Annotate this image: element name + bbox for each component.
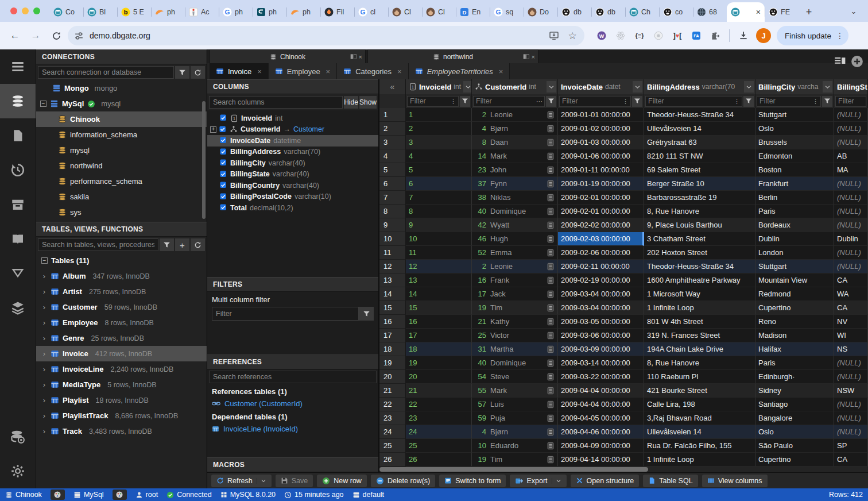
chevron-right-icon[interactable]: › (41, 287, 47, 296)
grid-row[interactable]: 101046Hugh2009-02-03 00:00:003 Chatham S… (379, 232, 868, 246)
grid-row[interactable]: 7738Niklas2009-02-01 00:00:00Barbarossas… (379, 191, 868, 205)
column-item-billingaddress[interactable]: BillingAddressvarchar(70) (207, 147, 378, 158)
filter-icon[interactable] (359, 307, 374, 321)
cell-invoiceid[interactable]: 22 (406, 398, 472, 411)
cell-billingstate[interactable]: CA (834, 273, 868, 287)
dots-vertical-icon[interactable]: ⋮ (732, 98, 742, 105)
cell-invoiceid[interactable]: 19 (406, 356, 472, 370)
cell-invoiceid[interactable]: 16 (406, 315, 472, 329)
checkbox-checked-icon[interactable] (220, 182, 227, 189)
grid-row[interactable]: 191940Dominique2009-03-14 00:00:008, Rue… (379, 356, 868, 370)
open-reference-icon[interactable] (547, 442, 555, 450)
grid-row[interactable]: 224Bjørn2009-01-02 00:00:00Ullevålsveien… (379, 122, 868, 136)
back-button[interactable]: ← (6, 26, 24, 45)
rail-item-favorites[interactable] (0, 222, 36, 256)
cell-invoicedate[interactable]: 2009-02-03 00:00:00 (558, 232, 644, 246)
save-button[interactable]: Save (276, 475, 313, 487)
browser-tab[interactable]: db (591, 2, 625, 22)
cell-invoiceid[interactable]: 7 (406, 191, 472, 205)
connection-item-mongo[interactable]: Mongomongo (36, 80, 207, 96)
table-item-playlisttrack[interactable]: ›PlaylistTrack8,686 rows, InnoDB (36, 408, 207, 423)
expander-icon[interactable]: − (41, 257, 48, 264)
chevron-right-icon[interactable]: › (41, 303, 47, 311)
cell-customerid[interactable]: 17Jack (472, 287, 558, 301)
table-item-mediatype[interactable]: ›MediaType5 rows, InnoDB (36, 377, 207, 392)
chevron-down-icon[interactable] (633, 81, 642, 93)
table-item-invoice[interactable]: ›Invoice412 rows, InnoDB (36, 346, 207, 361)
cell-billingcity[interactable]: Brussels (755, 136, 834, 149)
dots-vertical-icon[interactable]: ⋮ (448, 98, 458, 105)
browser-tab[interactable]: Gcl (354, 2, 388, 22)
cell-customerid[interactable]: 59Puja (472, 411, 558, 425)
cell-billingcity[interactable]: Redmond (755, 287, 834, 301)
column-item-total[interactable]: Totaldecimal(10,2) (207, 202, 378, 214)
cell-billingcity[interactable]: Madison (755, 329, 834, 342)
rail-item-plugins[interactable] (0, 291, 36, 325)
browser-tab[interactable]: Gph (219, 2, 253, 22)
browser-tab[interactable]: b5 E (117, 2, 151, 22)
chevron-down-icon[interactable] (552, 478, 561, 484)
row-number[interactable]: 12 (379, 260, 406, 273)
checkbox-checked-icon[interactable] (220, 137, 227, 144)
cell-billingaddress[interactable]: Theodor-Heuss-Straße 34 (644, 260, 755, 273)
cell-invoicedate[interactable]: 2009-03-04 00:00:00 (558, 301, 644, 315)
table-item-genre[interactable]: ›Genre25 rows, InnoDB (36, 330, 207, 346)
cell-billingcity[interactable]: Halifax (755, 342, 834, 356)
grid-column-header-billingstate[interactable]: BillingState (834, 79, 868, 94)
row-number[interactable]: 1 (379, 108, 406, 122)
open-reference-icon[interactable] (547, 387, 555, 395)
cell-billingcity[interactable]: Bordeaux (755, 218, 834, 232)
row-number[interactable]: 8 (379, 205, 406, 218)
cell-invoiceid[interactable]: 5 (406, 163, 472, 177)
browser-menu-icon[interactable]: ⋮ (836, 31, 844, 40)
expander-icon[interactable]: + (210, 126, 216, 133)
cell-billingcity[interactable]: Cupertino (755, 301, 834, 315)
chevron-down-icon[interactable] (463, 81, 472, 93)
cell-billingstate[interactable]: (NULL) (834, 108, 868, 122)
row-number[interactable]: 13 (379, 273, 406, 287)
cell-billingstate[interactable]: (NULL) (834, 246, 868, 260)
cell-invoicedate[interactable]: 2009-04-14 00:00:00 (558, 453, 644, 467)
chevron-down-icon[interactable] (744, 81, 754, 93)
connection-item-sakila[interactable]: sakila (36, 189, 207, 205)
cell-billingaddress[interactable]: 110 Raeburn Pl (644, 370, 755, 384)
row-number[interactable]: 2 (379, 122, 406, 136)
new-row-button[interactable]: New row (317, 475, 367, 487)
cell-invoiceid[interactable]: 12 (406, 260, 472, 273)
chevron-down-icon[interactable] (823, 81, 832, 93)
cell-customerid[interactable]: 37Fynn (472, 177, 558, 191)
chevron-down-icon[interactable] (547, 81, 556, 93)
filter-icon[interactable] (546, 96, 556, 107)
cell-billingaddress[interactable]: 202 Hoxton Street (644, 246, 755, 260)
connection-item-chinook[interactable]: Chinook (36, 111, 207, 127)
checkbox-checked-icon[interactable] (220, 171, 227, 178)
open-reference-icon[interactable] (547, 207, 555, 215)
open-reference-icon[interactable] (547, 194, 555, 202)
table-item-customer[interactable]: ›Customer59 rows, InnoDB (36, 299, 207, 315)
cell-invoiceid[interactable]: 1 (406, 108, 472, 122)
rail-item-database[interactable] (0, 84, 36, 118)
cell-billingcity[interactable]: Edmonton (755, 149, 834, 163)
cell-billingstate[interactable]: (NULL) (834, 218, 868, 232)
filter-input[interactable] (646, 97, 732, 106)
cell-billingcity[interactable]: Boston (755, 163, 834, 177)
row-number[interactable]: 15 (379, 301, 406, 315)
switch-to-form-button[interactable]: Switch to form (439, 475, 506, 487)
cell-billingcity[interactable]: Edinburgh· (755, 370, 834, 384)
refresh-icon[interactable] (191, 66, 205, 79)
browser-tab[interactable]: Co (49, 2, 83, 22)
puzzle-extension-icon[interactable] (708, 29, 722, 43)
chevron-right-icon[interactable]: › (41, 349, 47, 358)
cell-invoiceid[interactable]: 14 (406, 287, 472, 301)
cell-customerid[interactable]: 46Hugh (472, 232, 558, 246)
open-reference-icon[interactable] (547, 276, 555, 284)
cell-invoiceid[interactable]: 24 (406, 425, 472, 439)
browser-tab[interactable]: co (659, 2, 693, 22)
chevron-right-icon[interactable]: › (41, 318, 47, 327)
open-reference-icon[interactable] (547, 318, 555, 326)
open-reference-icon[interactable] (547, 345, 555, 353)
minimize-window-icon[interactable] (22, 7, 29, 14)
cell-billingstate[interactable]: CA (834, 301, 868, 315)
row-number[interactable]: 11 (379, 246, 406, 260)
reload-button[interactable] (47, 26, 65, 45)
